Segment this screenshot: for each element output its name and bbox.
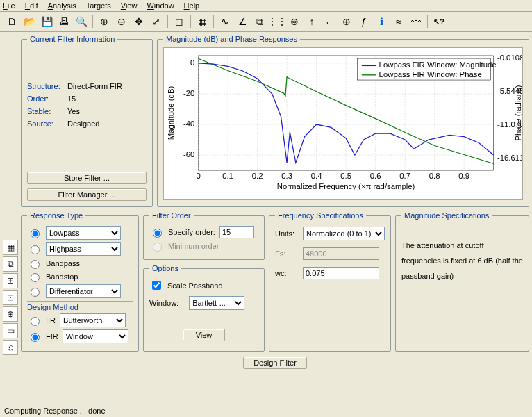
coeffs-icon[interactable]: ƒ	[356, 14, 372, 29]
diff-select[interactable]: Differentiator	[46, 284, 121, 298]
info-icon[interactable]: ℹ	[374, 14, 389, 29]
menu-analysis[interactable]: Analysis	[48, 1, 76, 10]
freq-spec-legend: Frequency Specifications	[275, 211, 366, 220]
zoom-out-icon[interactable]: ⊖	[114, 14, 129, 29]
zoom-in-icon[interactable]: ⊕	[97, 14, 112, 29]
design-filter-button[interactable]: Design Filter	[243, 357, 307, 369]
diff-radio[interactable]	[31, 288, 40, 297]
open-icon[interactable]: 📂	[22, 14, 37, 29]
filter-info-panel: Current Filter Information Structure: Di…	[21, 35, 153, 207]
filter-order-panel: Filter Order Specify order: Minimum orde…	[143, 211, 265, 260]
wave-icon[interactable]: 〰	[408, 14, 424, 29]
scale-passband-label: Scale Passband	[167, 281, 223, 290]
bandstop-label: Bandstop	[46, 272, 78, 281]
svg-text:-0.0108: -0.0108	[497, 54, 522, 62]
magphase-icon[interactable]: ⧉	[252, 14, 267, 29]
view-button[interactable]: View	[183, 329, 226, 341]
help-icon[interactable]: ↖?	[431, 14, 447, 29]
filter-spec-icon[interactable]: ▦	[194, 14, 210, 29]
source-value: Designed	[67, 120, 147, 128]
print-preview-icon[interactable]: 🔍	[74, 14, 89, 29]
magnitude-icon[interactable]: ∿	[217, 14, 233, 29]
structure-value: Direct-Form FIR	[67, 82, 147, 90]
svg-text:0: 0	[196, 172, 200, 180]
fir-radio[interactable]	[31, 333, 40, 342]
source-label: Source:	[27, 120, 67, 128]
wc-label: wc:	[275, 269, 303, 277]
phase-icon[interactable]: ∠	[235, 14, 250, 29]
order-label: Order:	[27, 95, 67, 103]
window-label: Window:	[149, 299, 178, 307]
lowpass-select[interactable]: Lowpass	[46, 226, 121, 240]
scale-passband-check[interactable]	[152, 281, 161, 290]
svg-text:-60: -60	[183, 150, 194, 158]
svg-text:0.7: 0.7	[399, 172, 410, 180]
iir-radio[interactable]	[31, 317, 40, 326]
chart-canvas[interactable]: 00.10.20.30.40.50.60.70.80.90-20-40-60-0…	[163, 47, 523, 200]
svg-text:Normalized Frequency (×π rad/s: Normalized Frequency (×π rad/sample)	[277, 182, 415, 190]
phase-delay-icon[interactable]: ⊛	[287, 14, 302, 29]
sb-icon-1[interactable]: ▦	[3, 240, 18, 255]
impulse-icon[interactable]: ↑	[304, 14, 319, 29]
stable-value: Yes	[67, 107, 147, 115]
iir-select[interactable]: Butterworth	[60, 313, 126, 327]
polezero-icon[interactable]: ⊕	[339, 14, 354, 29]
sb-icon-3[interactable]: ⊞	[3, 273, 18, 288]
save-icon[interactable]: 💾	[39, 14, 54, 29]
highpass-select[interactable]: Highpass	[46, 242, 121, 256]
svg-text:-20: -20	[183, 89, 194, 97]
sb-icon-7[interactable]: ⎌	[3, 340, 18, 355]
menu-targets[interactable]: Targets	[86, 1, 111, 10]
menu-file[interactable]: File	[3, 1, 15, 10]
round-icon[interactable]: ≈	[391, 14, 406, 29]
menu-edit[interactable]: Edit	[25, 1, 38, 10]
sb-icon-6[interactable]: ▭	[3, 323, 18, 338]
sb-icon-2[interactable]: ⧉	[3, 256, 18, 272]
sb-icon-5[interactable]: ⊕	[3, 306, 18, 322]
sb-icon-4[interactable]: ⊡	[3, 290, 18, 305]
pan-icon[interactable]: ✥	[131, 14, 147, 29]
svg-text:Lowpass FIR Window: Phase: Lowpass FIR Window: Phase	[379, 70, 482, 79]
units-select[interactable]: Normalized (0 to 1)	[303, 227, 385, 240]
freq-spec-panel: Frequency Specifications Units: Normaliz…	[269, 211, 391, 352]
iir-label: IIR	[46, 316, 56, 325]
structure-label: Structure:	[27, 82, 67, 90]
window-select[interactable]: Bartlett-...	[189, 296, 244, 310]
menu-window[interactable]: Window	[147, 1, 174, 10]
store-filter-button[interactable]: Store Filter ...	[27, 172, 147, 184]
status-text: Computing Response ... done	[4, 407, 106, 415]
zoom-xy-icon[interactable]: ⤢	[149, 14, 164, 29]
order-input[interactable]	[219, 226, 254, 238]
svg-text:Magnitude (dB): Magnitude (dB)	[167, 86, 175, 140]
sidebar-tools: ▦ ⧉ ⊞ ⊡ ⊕ ▭ ⎌	[3, 35, 18, 370]
svg-text:0.9: 0.9	[458, 172, 469, 180]
step-icon[interactable]: ⌐	[322, 14, 337, 29]
bandpass-radio[interactable]	[31, 260, 40, 269]
menu-help[interactable]: Help	[184, 1, 200, 10]
options-legend: Options	[149, 264, 181, 272]
lowpass-radio[interactable]	[31, 229, 40, 238]
specify-order-label: Specify order:	[168, 228, 215, 236]
svg-text:0.8: 0.8	[429, 172, 440, 180]
svg-text:0.4: 0.4	[311, 172, 322, 180]
menu-view[interactable]: View	[121, 1, 138, 10]
specify-order-radio[interactable]	[153, 229, 162, 238]
responses-panel: Magnitude (dB) and Phase Responses 00.10…	[157, 35, 529, 207]
filter-info-legend: Current Filter Information	[27, 35, 117, 43]
order-value: 15	[67, 95, 147, 103]
bandstop-radio[interactable]	[31, 273, 40, 282]
full-view-icon[interactable]: ◻	[172, 14, 187, 29]
mag-spec-legend: Magnitude Specifications	[401, 211, 492, 220]
fir-select[interactable]: Window	[63, 329, 128, 343]
highpass-radio[interactable]	[31, 245, 40, 254]
filter-manager-button[interactable]: Filter Manager ...	[27, 188, 147, 201]
fs-input	[303, 247, 379, 260]
new-icon[interactable]: 🗋	[4, 14, 19, 29]
minimum-order-label: Minimum order	[168, 242, 219, 250]
minimum-order-radio	[153, 243, 162, 252]
print-icon[interactable]: 🖶	[56, 14, 72, 29]
svg-text:0.3: 0.3	[281, 172, 292, 180]
status-bar: Computing Response ... done	[0, 404, 532, 417]
wc-input[interactable]	[303, 267, 379, 279]
group-delay-icon[interactable]: ⋮⋮	[269, 14, 285, 29]
